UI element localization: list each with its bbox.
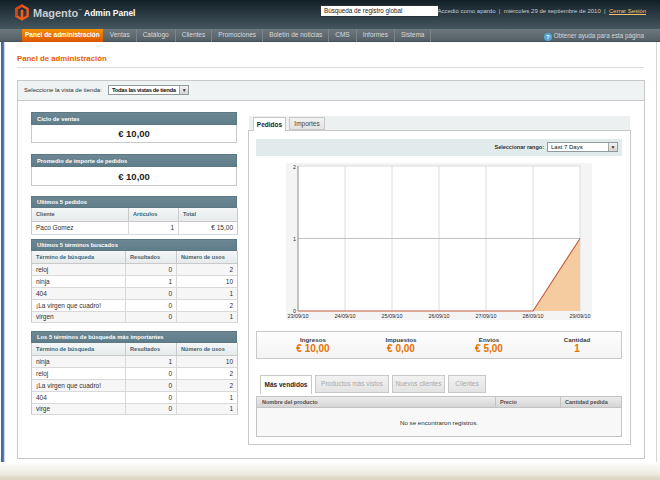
svg-text:27/09/10: 27/09/10 bbox=[476, 313, 497, 319]
svg-text:24/09/10: 24/09/10 bbox=[335, 313, 356, 319]
svg-text:28/09/10: 28/09/10 bbox=[523, 313, 544, 319]
svg-text:23/09/10: 23/09/10 bbox=[288, 313, 309, 319]
svg-text:25/09/10: 25/09/10 bbox=[382, 313, 403, 319]
svg-text:2: 2 bbox=[293, 164, 296, 170]
svg-text:26/09/10: 26/09/10 bbox=[429, 313, 450, 319]
svg-text:1: 1 bbox=[293, 236, 296, 242]
svg-text:29/09/10: 29/09/10 bbox=[570, 313, 591, 319]
